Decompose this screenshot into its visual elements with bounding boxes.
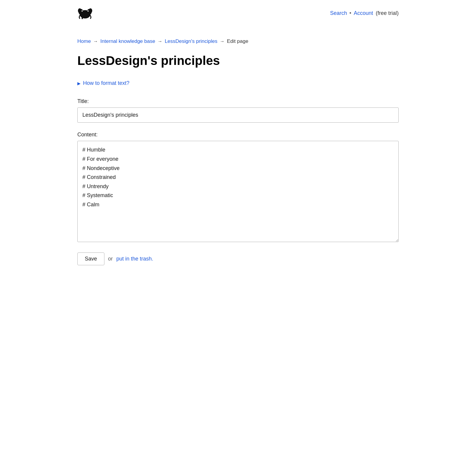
actions-or-text: or	[108, 256, 113, 262]
save-button[interactable]: Save	[77, 252, 104, 265]
svg-point-4	[89, 8, 92, 13]
svg-point-5	[82, 10, 83, 12]
breadcrumb-arrow-3: →	[220, 39, 225, 44]
format-help-link[interactable]: How to format text?	[83, 80, 129, 86]
breadcrumb-home[interactable]: Home	[77, 38, 91, 44]
plan-badge: (free trial)	[374, 10, 399, 16]
logo	[77, 6, 93, 21]
breadcrumb-current: Edit page	[227, 38, 248, 44]
account-link[interactable]: Account	[354, 10, 373, 16]
title-label: Title:	[77, 98, 399, 104]
content-label: Content:	[77, 132, 399, 138]
search-link[interactable]: Search	[330, 10, 347, 16]
breadcrumb-principles[interactable]: LessDesign's principles	[165, 38, 217, 44]
content-section: Content: # Humble # For everyone # Nonde…	[77, 132, 399, 244]
nav-separator: •	[350, 10, 351, 16]
page-title: LessDesign's principles	[77, 53, 399, 68]
format-help-section: ▶ How to format text?	[77, 80, 399, 86]
site-header: Search • Account (free trial)	[77, 0, 399, 26]
form-actions: Save or put in the trash.	[77, 252, 399, 283]
top-nav: Search • Account (free trial)	[330, 10, 399, 16]
trash-link[interactable]: put in the trash.	[116, 256, 153, 262]
svg-point-6	[87, 10, 89, 12]
breadcrumb-arrow-2: →	[158, 39, 162, 44]
format-help-arrow-icon: ▶	[77, 81, 81, 86]
breadcrumb: Home → Internal knowledge base → LessDes…	[77, 26, 399, 53]
title-section: Title:	[77, 98, 399, 123]
title-input[interactable]	[77, 107, 399, 123]
svg-point-3	[78, 8, 82, 13]
breadcrumb-knowledge-base[interactable]: Internal knowledge base	[100, 38, 155, 44]
breadcrumb-arrow-1: →	[93, 39, 98, 44]
content-textarea[interactable]: # Humble # For everyone # Nondeceptive #…	[77, 141, 399, 242]
